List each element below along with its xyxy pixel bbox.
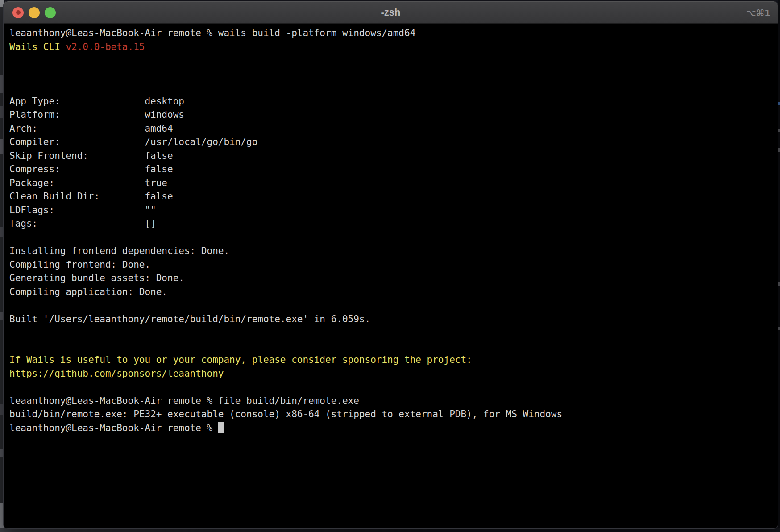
terminal-line: leaanthony@Leas-MacBook-Air remote % fil…	[9, 394, 778, 408]
terminal-text-segment: Installing frontend dependencies: Done.	[9, 245, 229, 256]
terminal-line: Installing frontend dependencies: Done.	[9, 244, 778, 258]
window-shortcut-badge: ⌥⌘1	[746, 1, 771, 24]
terminal-line	[9, 380, 778, 394]
terminal-text-segment: Compiling frontend: Done.	[9, 259, 150, 270]
terminal-line: Package: true	[9, 176, 778, 190]
terminal-text-segment: Generating bundle assets: Done.	[9, 273, 184, 283]
terminal-line: Clean Build Dir: false	[9, 190, 778, 204]
terminal-line	[9, 54, 778, 67]
terminal-text-segment: Built '/Users/leaanthony/remote/build/bi…	[9, 314, 370, 324]
terminal-line: Built '/Users/leaanthony/remote/build/bi…	[9, 312, 778, 326]
window-title: -zsh	[4, 1, 778, 24]
background-fragment	[778, 129, 780, 132]
terminal-line: Arch: amd64	[9, 122, 778, 136]
terminal-text-segment: If Wails is useful to you or your compan…	[9, 354, 472, 365]
terminal-line: Generating bundle assets: Done.	[9, 271, 778, 285]
background-window-edge-right	[778, 0, 780, 532]
terminal-line: Tags: []	[9, 217, 778, 231]
terminal-screen[interactable]: leaanthony@Leas-MacBook-Air remote % wai…	[4, 24, 778, 528]
terminal-line	[9, 81, 778, 95]
terminal-text-segment: leaanthony@Leas-MacBook-Air remote % wai…	[9, 28, 415, 38]
terminal-line: Compiling frontend: Done.	[9, 258, 778, 272]
terminal-text-segment: Wails CLI	[9, 42, 66, 52]
terminal-line: Compiling application: Done.	[9, 285, 778, 299]
terminal-window: -zsh ⌥⌘1 leaanthony@Leas-MacBook-Air rem…	[3, 1, 778, 529]
terminal-text-segment: Compiling application: Done.	[9, 287, 167, 297]
terminal-line: Wails CLI v2.0.0-beta.15	[9, 40, 778, 54]
titlebar[interactable]: -zsh ⌥⌘1	[4, 1, 778, 24]
terminal-text-segment: Compiler: /usr/local/go/bin/go	[9, 137, 257, 147]
terminal-line: leaanthony@Leas-MacBook-Air remote % wai…	[9, 26, 778, 40]
terminal-text-segment: Arch: amd64	[9, 123, 173, 134]
terminal-text-segment: Clean Build Dir: false	[9, 191, 173, 202]
terminal-line: App Type: desktop	[9, 95, 778, 108]
background-fragment	[778, 148, 780, 152]
background-fragment	[778, 102, 780, 105]
terminal-line: Platform: windows	[9, 108, 778, 122]
terminal-line: build/bin/remote.exe: PE32+ executable (…	[9, 407, 778, 421]
terminal-text-segment: leaanthony@Leas-MacBook-Air remote %	[9, 423, 218, 433]
terminal-text-segment: Tags: []	[9, 218, 156, 229]
terminal-line	[9, 340, 778, 353]
terminal-line: Compress: false	[9, 162, 778, 176]
terminal-text-segment: LDFlags: ""	[9, 205, 156, 216]
terminal-text-segment: build/bin/remote.exe: PE32+ executable (…	[9, 409, 562, 420]
terminal-line: https://github.com/sponsors/leaanthony	[9, 367, 778, 381]
terminal-line: leaanthony@Leas-MacBook-Air remote %	[9, 421, 778, 435]
terminal-text-segment: Skip Frontend: false	[9, 150, 173, 161]
terminal-text-segment: Compress: false	[9, 164, 173, 175]
terminal-line	[9, 67, 778, 81]
terminal-text-segment: leaanthony@Leas-MacBook-Air remote % fil…	[9, 395, 359, 406]
terminal-text-segment: v2.0.0-beta.15	[66, 42, 145, 52]
terminal-text-segment: Package: true	[9, 178, 167, 188]
terminal-line: Skip Frontend: false	[9, 149, 778, 163]
terminal-text-segment: https://github.com/sponsors/leaanthony	[9, 368, 224, 379]
background-fragment	[778, 282, 780, 286]
background-fragment	[778, 327, 780, 330]
terminal-line	[9, 326, 778, 340]
terminal-line	[9, 299, 778, 312]
terminal-line: Compiler: /usr/local/go/bin/go	[9, 135, 778, 149]
background-strip-bottom	[0, 528, 780, 532]
terminal-text-segment: Platform: windows	[9, 109, 184, 120]
terminal-line: If Wails is useful to you or your compan…	[9, 353, 778, 367]
terminal-line	[9, 231, 778, 245]
terminal-cursor	[218, 422, 224, 433]
terminal-line: LDFlags: ""	[9, 204, 778, 217]
terminal-text-segment: App Type: desktop	[9, 96, 184, 107]
